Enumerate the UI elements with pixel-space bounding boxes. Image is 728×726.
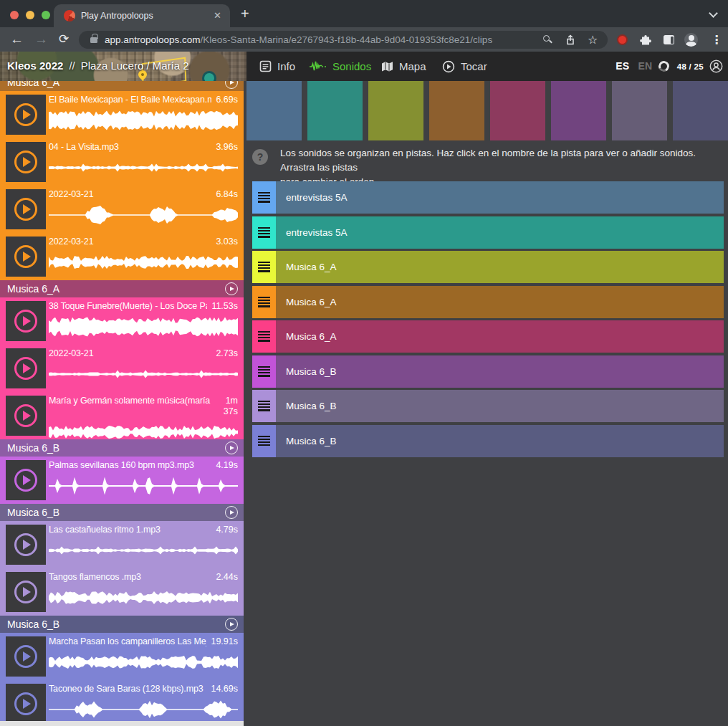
track-drag-handle[interactable] bbox=[252, 216, 276, 249]
section-header[interactable]: Musica 6_B bbox=[0, 504, 244, 521]
section-play-icon[interactable] bbox=[225, 618, 238, 631]
track-color-swatch[interactable] bbox=[429, 81, 484, 140]
clip-play-button[interactable] bbox=[6, 189, 46, 229]
clip-play-button[interactable] bbox=[6, 142, 46, 182]
lock-icon[interactable] bbox=[90, 37, 97, 43]
section-play-icon[interactable] bbox=[225, 506, 238, 519]
section-header[interactable]: Musica 6_A bbox=[0, 81, 244, 91]
tab-sonidos[interactable]: Sonidos bbox=[310, 52, 371, 81]
lang-en[interactable]: EN bbox=[638, 60, 652, 72]
clip-play-button[interactable] bbox=[6, 636, 46, 677]
sidebar-scroll-end bbox=[0, 721, 244, 726]
track-name-area[interactable]: Musica 6_A bbox=[276, 251, 724, 283]
track-label: entrevistas 5A bbox=[286, 227, 348, 238]
clip-row[interactable]: Taconeo de Sara Baras (128 kbps).mp314.6… bbox=[0, 680, 244, 721]
clip-row[interactable]: María y Germán solamente música(maría 2.… bbox=[0, 392, 244, 439]
clip-row[interactable]: 2022-03-213.03s bbox=[0, 233, 244, 280]
track-name-area[interactable]: Musica 6_B bbox=[276, 355, 724, 388]
track-name-area[interactable]: Musica 6_A bbox=[276, 286, 724, 318]
forward-button[interactable]: → bbox=[34, 31, 48, 48]
track-row[interactable]: Musica 6_A bbox=[252, 251, 724, 283]
track-color-swatch[interactable] bbox=[612, 81, 667, 140]
track-name-area[interactable]: Musica 6_B bbox=[276, 390, 724, 422]
clip-play-button[interactable] bbox=[6, 460, 46, 500]
lang-es[interactable]: ES bbox=[616, 60, 629, 72]
track-name-area[interactable]: Musica 6_B bbox=[276, 425, 724, 457]
account-icon[interactable] bbox=[709, 59, 723, 73]
play-icon bbox=[14, 469, 37, 492]
track-drag-handle[interactable] bbox=[252, 425, 276, 457]
tab-info[interactable]: Info bbox=[259, 52, 295, 81]
clip-row[interactable]: Palmas sevillanas 160 bpm mp3.mp34.19s bbox=[0, 457, 244, 504]
share-icon[interactable] bbox=[565, 34, 576, 46]
track-color-swatch[interactable] bbox=[673, 81, 728, 140]
clip-row[interactable]: Las castañuelas ritmo 1.mp34.79s bbox=[0, 521, 244, 568]
browser-tab[interactable]: Play Antropoloops ✕ bbox=[54, 4, 230, 27]
profile-avatar[interactable] bbox=[684, 33, 698, 47]
section-header[interactable]: Musica 6_B bbox=[0, 439, 244, 457]
clip-row[interactable]: Marcha Pasan los campanilleros Las Mejor… bbox=[0, 633, 244, 680]
back-button[interactable]: ← bbox=[10, 31, 24, 48]
clip-row[interactable]: 2022-03-216.84s bbox=[0, 186, 244, 233]
clip-play-button[interactable] bbox=[6, 396, 46, 436]
recording-extension-icon[interactable] bbox=[617, 34, 628, 45]
clip-waveform bbox=[49, 651, 238, 673]
track-drag-handle[interactable] bbox=[252, 355, 276, 388]
clip-row[interactable]: El Baile Mexicapan - El Baile Mexicapan.… bbox=[0, 91, 244, 138]
section-header[interactable]: Musica 6_B bbox=[0, 616, 244, 633]
clip-play-button[interactable] bbox=[6, 301, 46, 341]
track-color-swatch[interactable] bbox=[551, 81, 606, 140]
clip-play-button[interactable] bbox=[6, 237, 46, 277]
minimize-window-button[interactable] bbox=[26, 11, 34, 19]
track-name-area[interactable]: Musica 6_A bbox=[276, 320, 724, 353]
tab-search-chevron-icon[interactable] bbox=[709, 9, 718, 18]
zoom-window-button[interactable] bbox=[42, 11, 50, 19]
track-drag-handle[interactable] bbox=[252, 251, 276, 283]
clip-play-button[interactable] bbox=[6, 572, 46, 612]
tab-mapa[interactable]: Mapa bbox=[381, 52, 426, 81]
clip-play-button[interactable] bbox=[6, 348, 46, 388]
track-row[interactable]: Musica 6_B bbox=[252, 425, 724, 457]
track-name-area[interactable]: entrevistas 5A bbox=[276, 181, 724, 214]
clip-play-button[interactable] bbox=[6, 95, 46, 135]
track-drag-handle[interactable] bbox=[252, 181, 276, 214]
section-label: Musica 6_A bbox=[7, 81, 236, 91]
clip-play-button[interactable] bbox=[6, 525, 46, 565]
extensions-puzzle-icon[interactable] bbox=[640, 34, 652, 46]
map-photo-header[interactable]: Kleos 2022//Plaza Lucero / María 2 bbox=[0, 52, 246, 81]
track-row[interactable]: Musica 6_B bbox=[252, 355, 724, 388]
track-color-swatch[interactable] bbox=[490, 81, 545, 140]
track-color-swatch[interactable] bbox=[307, 81, 363, 140]
track-row[interactable]: Musica 6_A bbox=[252, 286, 724, 318]
track-color-swatch[interactable] bbox=[368, 81, 423, 140]
browser-menu-icon[interactable]: ⋮ bbox=[711, 33, 722, 47]
tab-close-icon[interactable]: ✕ bbox=[214, 10, 221, 21]
track-color-swatch[interactable] bbox=[246, 81, 302, 140]
section-play-icon[interactable] bbox=[225, 441, 238, 454]
new-tab-button[interactable]: + bbox=[241, 6, 249, 21]
tab-tocar[interactable]: Tocar bbox=[442, 52, 487, 81]
close-window-button[interactable] bbox=[10, 11, 19, 19]
section-play-icon[interactable] bbox=[225, 282, 238, 295]
reload-button[interactable]: ⟳ bbox=[59, 31, 69, 48]
track-drag-handle[interactable] bbox=[252, 390, 276, 422]
track-row[interactable]: Musica 6_B bbox=[252, 390, 724, 422]
track-row[interactable]: entrevistas 5A bbox=[252, 216, 724, 249]
track-row[interactable]: entrevistas 5A bbox=[252, 181, 724, 214]
side-panel-icon[interactable] bbox=[664, 35, 674, 44]
breadcrumb-project[interactable]: Kleos 2022 bbox=[7, 59, 63, 72]
address-bar[interactable]: app.antropoloops.com/Kleos-Santa-Marina/… bbox=[79, 31, 608, 49]
clip-row[interactable]: 2022-03-212.73s bbox=[0, 345, 244, 392]
bookmark-star-icon[interactable]: ☆ bbox=[588, 33, 598, 47]
track-name-area[interactable]: entrevistas 5A bbox=[276, 216, 724, 249]
clip-row[interactable]: Tangos flamencos .mp32.44s bbox=[0, 568, 244, 616]
track-row[interactable]: Musica 6_A bbox=[252, 320, 724, 353]
track-drag-handle[interactable] bbox=[252, 286, 276, 318]
section-header[interactable]: Musica 6_A bbox=[0, 280, 244, 297]
track-drag-handle[interactable] bbox=[252, 320, 276, 353]
clip-row[interactable]: 38 Toque Funebre(Muerte) - Los Doce Par.… bbox=[0, 297, 244, 345]
zoom-icon[interactable] bbox=[543, 35, 550, 42]
clip-row[interactable]: 04 - La Visita.mp33.96s bbox=[0, 138, 244, 186]
url-text[interactable]: app.antropoloops.com/Kleos-Santa-Marina/… bbox=[105, 34, 492, 45]
clip-play-button[interactable] bbox=[6, 684, 46, 721]
